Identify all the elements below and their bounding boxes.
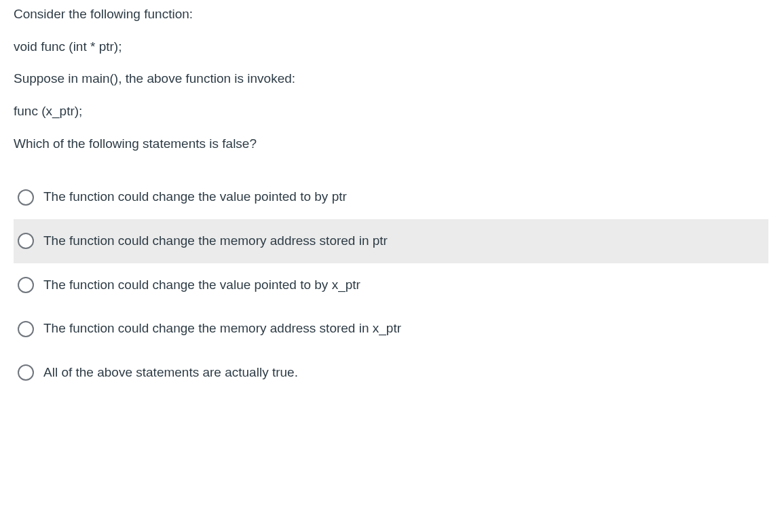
answer-option[interactable]: The function could change the memory add…: [14, 307, 768, 351]
question-line: Suppose in main(), the above function is…: [14, 70, 768, 88]
question-line: void func (int * ptr);: [14, 38, 768, 56]
answer-option[interactable]: The function could change the value poin…: [14, 175, 768, 219]
answer-option[interactable]: The function could change the memory add…: [14, 219, 768, 263]
radio-icon[interactable]: [18, 233, 34, 249]
question-line: func (x_ptr);: [14, 102, 768, 120]
question-line: Which of the following statements is fal…: [14, 135, 768, 153]
answer-list: The function could change the value poin…: [14, 175, 768, 394]
answer-label: The function could change the value poin…: [43, 277, 360, 294]
radio-icon[interactable]: [18, 321, 34, 337]
question-line: Consider the following function:: [14, 5, 768, 23]
answer-label: The function could change the memory add…: [43, 233, 388, 250]
radio-icon[interactable]: [18, 277, 34, 293]
quiz-question: Consider the following function: void fu…: [0, 0, 782, 408]
radio-icon[interactable]: [18, 189, 34, 206]
answer-option[interactable]: All of the above statements are actually…: [14, 351, 768, 395]
answer-label: The function could change the memory add…: [43, 320, 401, 337]
radio-icon[interactable]: [18, 364, 34, 381]
answer-label: All of the above statements are actually…: [43, 364, 298, 381]
answer-option[interactable]: The function could change the value poin…: [14, 263, 768, 307]
answer-label: The function could change the value poin…: [43, 189, 347, 206]
question-stem: Consider the following function: void fu…: [14, 5, 768, 152]
